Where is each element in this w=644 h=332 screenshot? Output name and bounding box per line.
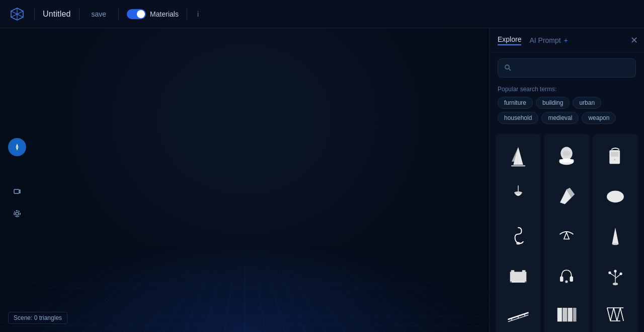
materials-toggle[interactable] <box>127 9 146 19</box>
tab-ai-prompt[interactable]: AI Prompt + <box>529 36 568 44</box>
save-button[interactable]: save <box>88 8 111 20</box>
search-input[interactable] <box>515 64 629 72</box>
svg-rect-11 <box>611 152 619 157</box>
close-panel-button[interactable]: ✕ <box>630 36 638 45</box>
svg-point-36 <box>608 272 611 274</box>
popular-tags: furniturebuildingurbanhouseholdmedievalw… <box>498 97 636 124</box>
move-tool-button[interactable] <box>8 160 26 178</box>
topbar-divider <box>34 8 35 20</box>
tag-weapon[interactable]: weapon <box>582 112 616 124</box>
topbar-divider-4 <box>187 8 187 20</box>
materials-label: Materials <box>150 10 179 18</box>
svg-rect-30 <box>570 276 574 281</box>
tag-urban[interactable]: urban <box>573 97 601 109</box>
svg-point-35 <box>614 270 616 272</box>
svg-rect-1 <box>14 189 19 193</box>
model-card-paper-fold[interactable] <box>544 173 589 219</box>
document-title[interactable]: Untitled <box>43 10 71 19</box>
model-card-crown[interactable] <box>544 134 589 179</box>
models-grid <box>490 130 644 332</box>
svg-point-23 <box>612 243 618 245</box>
search-icon <box>504 64 511 73</box>
svg-point-3 <box>14 211 20 217</box>
tag-furniture[interactable]: furniture <box>498 97 533 109</box>
model-card-accordion[interactable] <box>593 292 638 332</box>
left-toolbar <box>8 138 26 223</box>
popular-section: Popular search terms: furniturebuildingu… <box>490 84 644 130</box>
panel-header: Explore AI Prompt + ✕ <box>490 28 644 52</box>
model-card-oval[interactable] <box>593 173 638 219</box>
model-card-building[interactable] <box>496 252 541 298</box>
search-box[interactable] <box>498 58 636 78</box>
model-card-headphones[interactable] <box>544 252 589 298</box>
right-panel: Explore AI Prompt + ✕ Popular search <box>489 28 644 332</box>
svg-line-34 <box>615 274 620 278</box>
svg-rect-9 <box>559 159 574 163</box>
ai-prompt-label: AI Prompt <box>529 36 560 44</box>
svg-point-4 <box>505 65 509 69</box>
svg-point-15 <box>514 191 522 194</box>
svg-point-20 <box>611 194 616 197</box>
scene-info: Scene: 0 triangles <box>8 312 67 324</box>
model-card-plant[interactable] <box>593 252 638 298</box>
svg-point-13 <box>614 159 615 161</box>
grid-floor <box>0 267 489 332</box>
svg-rect-41 <box>568 308 573 321</box>
navigate-tool-button[interactable] <box>8 138 26 156</box>
topbar-divider-3 <box>118 8 119 20</box>
svg-rect-42 <box>573 308 577 321</box>
popular-title: Popular search terms: <box>498 86 636 93</box>
model-card-sailboat[interactable] <box>496 134 541 179</box>
model-card-hook[interactable] <box>496 213 541 258</box>
svg-point-2 <box>16 212 19 215</box>
tab-explore[interactable]: Explore <box>498 35 521 45</box>
tag-medieval[interactable]: medieval <box>541 112 579 124</box>
model-card-necklace[interactable] <box>544 213 589 258</box>
tag-building[interactable]: building <box>536 97 570 109</box>
model-card-backpack[interactable] <box>593 134 638 179</box>
svg-rect-39 <box>557 308 562 321</box>
materials-toggle-wrap: Materials <box>127 9 179 19</box>
svg-point-8 <box>563 151 571 156</box>
info-icon[interactable]: i <box>197 10 199 18</box>
toggle-thumb <box>137 10 145 18</box>
logo[interactable] <box>8 5 26 23</box>
model-card-cone[interactable] <box>593 213 638 258</box>
svg-rect-26 <box>522 270 526 282</box>
svg-line-5 <box>509 69 511 71</box>
svg-rect-40 <box>563 308 568 321</box>
ai-plus-icon: + <box>564 36 568 44</box>
svg-marker-22 <box>564 232 569 239</box>
model-card-pendant-lamp[interactable] <box>496 173 541 219</box>
topbar-divider-2 <box>79 8 79 20</box>
svg-point-31 <box>566 280 568 283</box>
viewport[interactable]: Scene: 0 triangles <box>0 28 489 332</box>
model-card-rail[interactable] <box>496 292 541 332</box>
model-card-wall-panels[interactable] <box>544 292 589 332</box>
main-content: Scene: 0 triangles Explore AI Prompt + ✕ <box>0 28 644 332</box>
topbar: Untitled save Materials i <box>0 0 644 28</box>
svg-rect-25 <box>511 270 515 282</box>
svg-point-37 <box>619 273 622 275</box>
search-section <box>490 52 644 84</box>
transform-tool-button[interactable] <box>8 205 26 223</box>
svg-line-33 <box>610 274 615 277</box>
svg-rect-29 <box>560 276 564 281</box>
tag-household[interactable]: household <box>498 112 538 124</box>
camera-tool-button[interactable] <box>8 182 26 201</box>
svg-point-21 <box>516 242 520 244</box>
svg-point-38 <box>613 283 618 285</box>
